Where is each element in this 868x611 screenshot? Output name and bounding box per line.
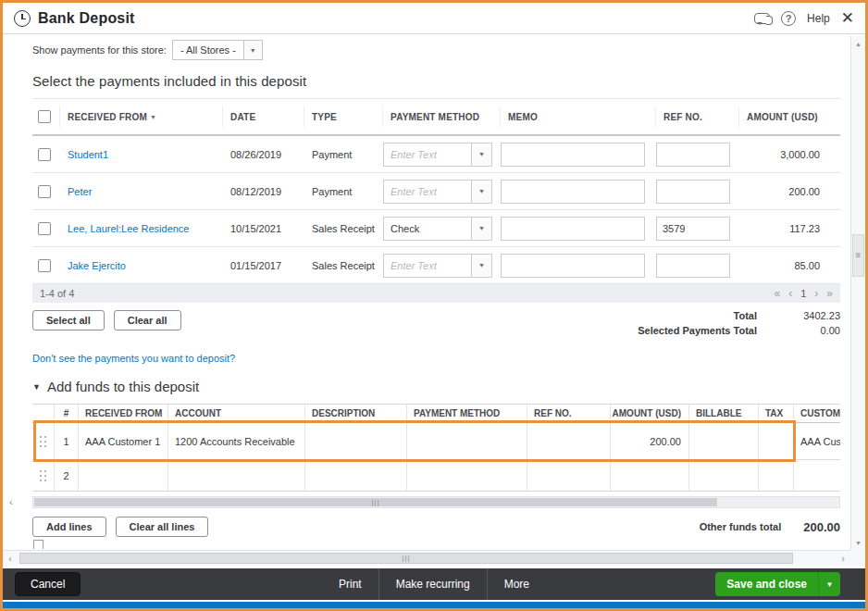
make-recurring-button[interactable]: Make recurring: [378, 568, 487, 600]
chevron-down-icon[interactable]: ▼: [471, 143, 491, 166]
vertical-scrollbar-thumb[interactable]: ≡: [852, 234, 864, 277]
ref-no-cell[interactable]: [527, 423, 611, 459]
column-header-account: ACCOUNT: [168, 405, 305, 422]
cancel-button[interactable]: Cancel: [15, 572, 81, 596]
vertical-scrollbar[interactable]: ▲ ≡ ▼: [850, 36, 865, 550]
title-bar: Bank Deposit ? Help ✕: [3, 3, 865, 34]
date-cell: 01/15/2017: [223, 260, 304, 271]
billable-cell[interactable]: [689, 423, 759, 459]
payment-method-select[interactable]: Check▼: [383, 217, 492, 241]
store-select[interactable]: - All Stores - ▼: [172, 40, 263, 60]
recent-transactions-icon[interactable]: [14, 10, 31, 27]
pager-first-icon[interactable]: «: [775, 287, 781, 300]
payment-method-select[interactable]: Enter Text▼: [383, 180, 492, 204]
pager-prev-icon[interactable]: ‹: [788, 287, 792, 300]
customer-cell[interactable]: [794, 460, 840, 491]
pager-page-number[interactable]: 1: [800, 288, 806, 299]
description-cell[interactable]: [305, 423, 407, 459]
scroll-up-icon[interactable]: ▲: [851, 36, 865, 51]
column-header-payment-method: PAYMENT METHOD: [383, 106, 501, 127]
tax-cell[interactable]: [759, 460, 794, 491]
chevron-down-icon[interactable]: ▼: [471, 218, 491, 240]
collapse-triangle-icon[interactable]: ▼: [32, 382, 41, 392]
chevron-down-icon[interactable]: ▼: [471, 255, 491, 277]
bottom-accent-bar: [3, 602, 865, 608]
billable-cell[interactable]: [689, 460, 759, 491]
scroll-left-icon[interactable]: ‹: [9, 496, 13, 507]
help-icon[interactable]: ?: [781, 11, 796, 26]
add-funds-table-header: # RECEIVED FROM ACCOUNT DESCRIPTION PAYM…: [32, 405, 840, 423]
clear-all-lines-button[interactable]: Clear all lines: [116, 517, 209, 537]
add-funds-header: ▼ Add funds to this deposit: [32, 379, 840, 394]
select-all-button[interactable]: Select all: [32, 310, 105, 330]
column-header-received-from[interactable]: RECEIVED FROM ▼: [60, 106, 223, 127]
funds-row[interactable]: 1 AAA Customer 1 1200 Accounts Receivabl…: [32, 423, 840, 460]
account-cell[interactable]: [168, 460, 305, 491]
add-lines-button[interactable]: Add lines: [32, 517, 106, 537]
payment-method-select[interactable]: Enter Text▼: [383, 254, 492, 278]
description-cell[interactable]: [305, 460, 407, 491]
scroll-left-icon[interactable]: ‹: [3, 553, 18, 564]
partial-row-checkbox[interactable]: [33, 540, 43, 549]
ref-no-input[interactable]: [656, 254, 730, 278]
scroll-right-icon[interactable]: ›: [836, 553, 850, 564]
chevron-down-icon[interactable]: ▼: [818, 572, 840, 596]
received-from-cell[interactable]: [79, 460, 168, 491]
row-checkbox[interactable]: [38, 222, 51, 235]
drag-handle-icon[interactable]: [40, 470, 47, 481]
received-from-link[interactable]: Peter: [68, 186, 92, 197]
amount-cell: 85.00: [739, 260, 840, 271]
scroll-down-icon[interactable]: ▼: [851, 535, 865, 550]
memo-input[interactable]: [501, 217, 645, 241]
payment-method-select[interactable]: Enter Text▼: [383, 143, 492, 167]
store-filter-label: Show payments for this store:: [32, 44, 167, 56]
ref-no-input[interactable]: [656, 217, 730, 241]
ref-no-cell[interactable]: [527, 460, 611, 491]
amount-cell: 117.23: [739, 223, 840, 234]
memo-input[interactable]: [501, 254, 645, 278]
save-and-close-button[interactable]: Save and close ▼: [715, 572, 840, 596]
help-label[interactable]: Help: [807, 12, 830, 25]
chevron-down-icon[interactable]: ▼: [471, 181, 491, 203]
payment-row: Student1 08/26/2019 Payment Enter Text▼ …: [32, 136, 840, 173]
payment-method-cell[interactable]: [407, 460, 527, 491]
print-button[interactable]: Print: [322, 568, 378, 600]
customer-cell[interactable]: AAA Cust: [794, 423, 840, 459]
memo-input[interactable]: [501, 143, 645, 167]
row-checkbox[interactable]: [38, 259, 51, 272]
clear-all-button[interactable]: Clear all: [114, 310, 181, 330]
payment-method-cell[interactable]: [407, 423, 527, 459]
amount-cell[interactable]: [611, 460, 689, 491]
column-header-amount: AMOUNT (USD): [611, 405, 689, 422]
received-from-link[interactable]: Student1: [68, 149, 108, 160]
funds-row[interactable]: 2: [32, 460, 840, 492]
received-from-link[interactable]: Lee, Laurel:Lee Residence: [68, 223, 189, 234]
column-header-description: DESCRIPTION: [305, 405, 407, 422]
more-button[interactable]: More: [487, 568, 546, 600]
ref-no-input[interactable]: [656, 180, 730, 204]
drag-handle-icon[interactable]: [40, 436, 47, 447]
feedback-icon[interactable]: [754, 13, 770, 24]
dont-see-payments-link[interactable]: Don't see the payments you want to depos…: [32, 353, 235, 364]
main-hscrollbar-thumb[interactable]: |||: [19, 553, 793, 564]
row-checkbox[interactable]: [38, 148, 51, 161]
ref-no-input[interactable]: [656, 143, 730, 167]
page-title: Bank Deposit: [38, 10, 135, 27]
received-from-cell[interactable]: AAA Customer 1: [79, 423, 168, 459]
main-hscrollbar-track[interactable]: |||: [18, 551, 836, 566]
received-from-link[interactable]: Jake Ejercito: [68, 260, 126, 271]
row-checkbox[interactable]: [38, 185, 51, 198]
pager-last-icon[interactable]: »: [826, 287, 833, 300]
memo-input[interactable]: [501, 180, 645, 204]
tax-cell[interactable]: [759, 423, 794, 459]
close-icon[interactable]: ✕: [841, 10, 854, 26]
chevron-down-icon[interactable]: ▼: [243, 41, 262, 59]
funds-hscrollbar-thumb[interactable]: |||: [34, 498, 717, 506]
funds-hscrollbar[interactable]: ‹ |||: [32, 496, 840, 508]
account-cell[interactable]: 1200 Accounts Receivable: [168, 423, 305, 459]
select-all-checkbox[interactable]: [38, 110, 51, 123]
main-hscrollbar[interactable]: ‹ ||| ›: [3, 550, 850, 566]
date-cell: 08/12/2019: [223, 186, 304, 197]
amount-cell[interactable]: 200.00: [611, 423, 689, 459]
pager-next-icon[interactable]: ›: [814, 287, 818, 300]
